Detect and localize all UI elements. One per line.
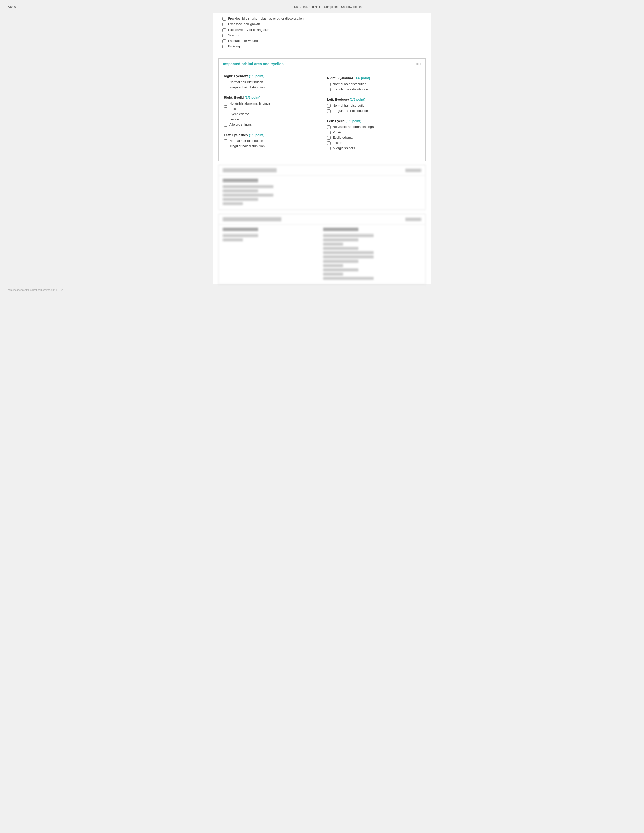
le-no-visible-label: No visible abnormal findings — [333, 125, 374, 129]
blurred-section-2-body — [219, 225, 425, 284]
blurred-line — [323, 238, 358, 241]
excessive-hair-checkbox[interactable] — [222, 23, 226, 26]
le-allergic-checkbox[interactable] — [327, 147, 331, 150]
left-eyelashes-title: Left: Eyelashes (1/6 point) — [224, 133, 319, 137]
left-eyebrow-points: (1/6 point) — [350, 98, 365, 101]
le-irregular-hair-checkbox[interactable] — [224, 145, 227, 148]
main-container: Freckles, birthmark, melasma, or other d… — [213, 13, 431, 285]
re-normal-hair-checkbox[interactable] — [224, 80, 227, 84]
blurred-sub-title-3 — [323, 228, 358, 231]
le-lesion-checkbox[interactable] — [327, 142, 331, 145]
scarring-checkbox[interactable] — [222, 34, 226, 37]
orbital-section-title: Inspected orbital area and eyelids — [223, 61, 283, 66]
re-normal-hair-label: Normal hair distribution — [229, 80, 263, 84]
blurred-line — [323, 273, 343, 276]
re-ptosis-checkbox[interactable] — [224, 107, 227, 111]
re-allergic-label: Allergic shiners — [229, 123, 251, 127]
blurred-section-1: ████████████████████ █ of █ point — [219, 165, 425, 210]
reas-irregular-hair-checkbox[interactable] — [327, 88, 331, 92]
scarring-label: Scarring — [228, 33, 240, 37]
list-item: Bruising — [222, 44, 425, 48]
le-eyelid-edema-label: Eyelid edema — [333, 135, 353, 139]
blurred-line — [223, 189, 258, 192]
blurred-line — [223, 202, 243, 205]
re-lesion-checkbox[interactable] — [224, 118, 227, 121]
list-item: Freckles, birthmark, melasma, or other d… — [222, 17, 425, 21]
le-lesion-label: Lesion — [333, 141, 342, 145]
dry-skin-label: Excessive dry or flaking skin — [228, 28, 269, 32]
right-eyelid-points: (1/6 point) — [245, 96, 260, 100]
re-no-visible-label: No visible abnormal findings — [229, 101, 270, 105]
le-eyelid-edema-checkbox[interactable] — [327, 136, 331, 140]
re-lesion-label: Lesion — [229, 117, 239, 121]
list-item: Irregular hair distribution — [224, 85, 319, 89]
le-normal-hair-checkbox[interactable] — [224, 139, 227, 143]
left-eyelid-title: Left: Eyelid (1/6 point) — [327, 119, 417, 123]
re-irregular-hair-label: Irregular hair distribution — [229, 85, 265, 89]
freckles-label: Freckles, birthmark, melasma, or other d… — [228, 17, 304, 21]
list-item: Normal hair distribution — [224, 139, 319, 143]
orbital-section-header: Inspected orbital area and eyelids 1 of … — [219, 59, 425, 69]
re-no-visible-checkbox[interactable] — [224, 102, 227, 106]
bruising-checkbox[interactable] — [222, 45, 226, 48]
laceration-label: Laceration or wound — [228, 39, 258, 43]
list-item: Excessive hair growth — [222, 22, 425, 26]
footer-url: http://academicaffairs.ucsf.edu/ccfl/med… — [8, 288, 63, 291]
list-item: Eyelid edema — [224, 112, 319, 116]
left-eyelid-points: (1/6 point) — [346, 119, 361, 123]
reas-normal-hair-checkbox[interactable] — [327, 82, 331, 86]
freckles-checkbox[interactable] — [222, 17, 226, 21]
left-eyebrow-subsection: Left: Eyebrow (1/6 point) Normal hair di… — [326, 96, 420, 117]
orbital-section-points: 1 of 1 point — [406, 62, 421, 66]
re-eyelid-edema-checkbox[interactable] — [224, 113, 227, 116]
re-allergic-checkbox[interactable] — [224, 123, 227, 127]
page-footer: http://academicaffairs.ucsf.edu/ccfl/med… — [5, 288, 639, 291]
blurred-sub-title-2 — [223, 228, 258, 231]
blurred-section-2: ████████ ████████ █████ █ of █ point — [219, 214, 425, 285]
list-item: Irregular hair distribution — [224, 144, 319, 148]
list-item: No visible abnormal findings — [327, 125, 417, 129]
list-item: Ptosis — [224, 107, 319, 111]
dry-skin-checkbox[interactable] — [222, 28, 226, 32]
list-item: Irregular hair distribution — [327, 87, 417, 92]
list-item: Excessive dry or flaking skin — [222, 28, 425, 32]
le-ptosis-label: Ptosis — [333, 130, 341, 134]
reas-normal-hair-label: Normal hair distribution — [333, 82, 367, 86]
blurred-section-1-body — [219, 176, 425, 209]
le-allergic-label: Allergic shiners — [333, 146, 355, 150]
list-item: Lesion — [327, 141, 417, 145]
blurred-line — [323, 247, 358, 250]
leb-irregular-hair-checkbox[interactable] — [327, 109, 331, 113]
list-item: Ptosis — [327, 130, 417, 134]
le-ptosis-checkbox[interactable] — [327, 131, 331, 134]
le-normal-hair-label: Normal hair distribution — [229, 139, 263, 143]
list-item: Scarring — [222, 33, 425, 37]
list-item: Normal hair distribution — [327, 82, 417, 86]
orbital-left-column: Right: Eyebrow (1/6 point) Normal hair d… — [223, 72, 322, 158]
leb-normal-hair-checkbox[interactable] — [327, 104, 331, 108]
blurred-section-1-header: ████████████████████ █ of █ point — [219, 165, 425, 176]
leb-irregular-hair-label: Irregular hair distribution — [333, 109, 368, 113]
right-eyelid-subsection: Right: Eyelid (1/6 point) No visible abn… — [223, 94, 322, 131]
blurred-line — [323, 269, 358, 271]
blurred-line — [223, 194, 273, 197]
blurred-line — [323, 251, 374, 254]
blurred-title-1: ████████████████████ — [223, 168, 277, 172]
right-eyelid-title: Right: Eyelid (1/6 point) — [224, 96, 319, 100]
leb-normal-hair-label: Normal hair distribution — [333, 103, 367, 107]
orbital-right-column: Right: Eyelashes (1/6 point) Normal hair… — [322, 72, 421, 158]
le-no-visible-checkbox[interactable] — [327, 125, 331, 129]
list-item: Allergic shiners — [224, 123, 319, 127]
list-item: Normal hair distribution — [327, 103, 417, 108]
right-eyebrow-title: Right: Eyebrow (1/6 point) — [224, 74, 319, 78]
list-item: Normal hair distribution — [224, 80, 319, 84]
list-item: Irregular hair distribution — [327, 109, 417, 113]
header-date: 6/6/2018 — [8, 5, 19, 9]
orbital-section-body: Right: Eyebrow (1/6 point) Normal hair d… — [219, 69, 425, 161]
right-eyelashes-subsection: Right: Eyelashes (1/6 point) Normal hair… — [326, 74, 420, 96]
right-eyelashes-points: (1/6 point) — [354, 76, 370, 80]
blurred-grid — [223, 228, 421, 281]
re-irregular-hair-checkbox[interactable] — [224, 86, 227, 89]
blurred-col-left — [223, 228, 321, 281]
laceration-checkbox[interactable] — [222, 39, 226, 43]
